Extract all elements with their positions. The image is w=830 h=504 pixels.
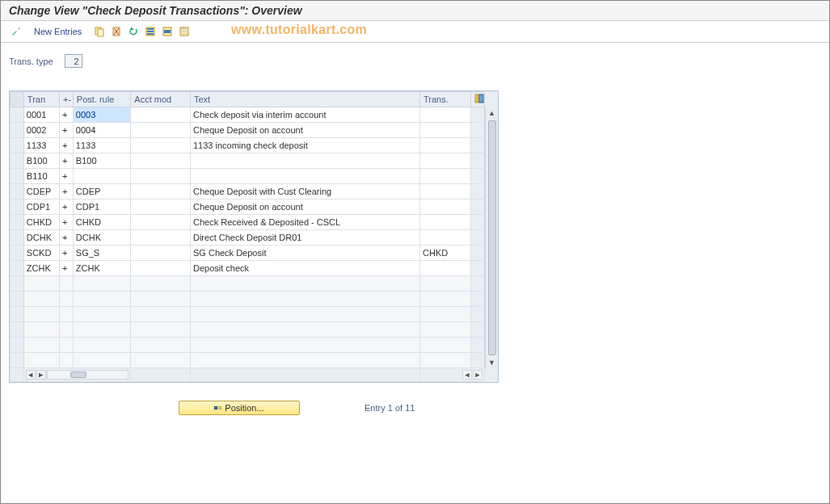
cell-tran[interactable] (23, 292, 59, 307)
row-selector[interactable] (11, 123, 24, 138)
cell-post-rule[interactable] (73, 276, 131, 292)
row-selector[interactable] (11, 338, 24, 353)
table-row[interactable]: B110 + (11, 169, 485, 184)
row-selector[interactable] (11, 276, 24, 292)
cell-tran[interactable] (23, 338, 59, 353)
cell-pm[interactable] (60, 338, 74, 353)
table-row[interactable]: CDP1 + CDP1 Cheque Deposit on account (11, 200, 485, 215)
cell-trans[interactable] (420, 169, 471, 184)
cell-post-rule[interactable] (73, 292, 131, 307)
cell-acct-mod[interactable] (131, 292, 191, 307)
cell-pm[interactable]: + (60, 107, 74, 123)
col-trans[interactable]: Trans. (420, 92, 471, 107)
cell-tran[interactable]: 0002 (23, 123, 59, 138)
cell-pm[interactable]: + (60, 246, 74, 261)
cell-post-rule[interactable]: 0004 (73, 123, 131, 138)
new-entries-button[interactable]: New Entries (29, 25, 86, 38)
row-selector[interactable] (11, 292, 24, 307)
cell-pm[interactable]: + (60, 230, 74, 246)
cell-pm[interactable] (60, 276, 74, 292)
table-row[interactable]: B100 + B100 (11, 153, 485, 169)
cell-tran[interactable]: B110 (23, 169, 59, 184)
cell-text[interactable] (190, 307, 419, 322)
cell-acct-mod[interactable] (131, 322, 191, 338)
scroll-left-icon[interactable]: ◄ (26, 370, 36, 380)
cell-trans[interactable] (420, 123, 471, 138)
cell-tran[interactable]: DCHK (23, 230, 59, 246)
cell-post-rule[interactable]: DCHK (73, 230, 131, 246)
cell-tran[interactable] (23, 307, 59, 322)
cell-trans[interactable] (420, 322, 471, 338)
col-post-rule[interactable]: Post. rule (73, 92, 131, 107)
scroll-down-icon[interactable]: ▼ (487, 357, 498, 368)
cell-tran[interactable] (23, 322, 59, 338)
table-row[interactable]: CHKD + CHKD Check Received & Deposited -… (11, 215, 485, 230)
table-settings-icon[interactable] (471, 92, 485, 107)
row-selector[interactable] (11, 138, 24, 153)
cell-text[interactable]: Cheque Deposit on account (190, 123, 419, 138)
cell-acct-mod[interactable] (131, 153, 191, 169)
cell-acct-mod[interactable] (131, 230, 191, 246)
cell-pm[interactable]: + (60, 123, 74, 138)
scroll-left-end-icon[interactable]: ◄ (462, 370, 472, 380)
cell-acct-mod[interactable] (131, 200, 191, 215)
row-selector[interactable] (11, 153, 24, 169)
position-button[interactable]: Position... (179, 401, 300, 415)
cell-post-rule[interactable]: ZCHK (73, 261, 131, 276)
deselect-all-icon[interactable] (177, 24, 192, 39)
cell-post-rule[interactable]: 0003 (73, 107, 131, 123)
cell-pm[interactable]: + (60, 215, 74, 230)
table-row-empty[interactable] (11, 338, 485, 353)
cell-acct-mod[interactable] (131, 138, 191, 153)
cell-post-rule[interactable] (73, 307, 131, 322)
cell-tran[interactable]: CDEP (23, 184, 59, 200)
cell-trans[interactable] (420, 153, 471, 169)
cell-tran[interactable]: ZCHK (23, 261, 59, 276)
cell-post-rule[interactable]: SG_S (73, 246, 131, 261)
toggle-display-change-icon[interactable] (9, 24, 23, 39)
cell-post-rule[interactable]: CDP1 (73, 200, 131, 215)
cell-acct-mod[interactable] (131, 307, 191, 322)
cell-text[interactable]: Check deposit via interim account (190, 107, 419, 123)
col-pm[interactable]: +- (60, 92, 74, 107)
table-row[interactable]: 0002 + 0004 Cheque Deposit on account (11, 123, 485, 138)
cell-post-rule[interactable] (73, 169, 131, 184)
cell-acct-mod[interactable] (131, 169, 191, 184)
cell-text[interactable]: 1133 incoming check deposit (190, 138, 419, 153)
select-all-icon[interactable] (143, 24, 158, 39)
cell-trans[interactable] (420, 138, 471, 153)
cell-tran[interactable] (23, 276, 59, 292)
cell-text[interactable]: Cheque Deposit on account (190, 200, 419, 215)
table-row[interactable]: 0001 + 0003 Check deposit via interim ac… (11, 107, 485, 123)
cell-text[interactable] (190, 169, 419, 184)
cell-acct-mod[interactable] (131, 184, 191, 200)
cell-trans[interactable] (420, 184, 471, 200)
row-selector-header[interactable] (11, 92, 24, 107)
cell-text[interactable]: Cheque Deposit with Cust Clearing (190, 184, 419, 200)
trans-type-input[interactable] (65, 54, 82, 68)
row-selector[interactable] (11, 261, 24, 276)
cell-pm[interactable]: + (60, 138, 74, 153)
cell-trans[interactable] (420, 230, 471, 246)
cell-post-rule[interactable] (73, 353, 131, 368)
row-selector[interactable] (11, 200, 24, 215)
cell-trans[interactable] (420, 353, 471, 368)
row-selector[interactable] (11, 353, 24, 368)
scroll-up-icon[interactable]: ▲ (487, 107, 498, 119)
cell-post-rule[interactable] (73, 338, 131, 353)
scroll-thumb[interactable] (488, 120, 496, 355)
row-selector[interactable] (11, 307, 24, 322)
cell-text[interactable]: Check Received & Deposited - CSCL (190, 215, 419, 230)
cell-trans[interactable] (420, 338, 471, 353)
cell-trans[interactable] (420, 307, 471, 322)
table-row-empty[interactable] (11, 292, 485, 307)
cell-pm[interactable]: + (60, 200, 74, 215)
cell-pm[interactable]: + (60, 169, 74, 184)
col-tran[interactable]: Tran (23, 92, 59, 107)
cell-pm[interactable]: + (60, 153, 74, 169)
scroll-right-icon[interactable]: ► (36, 370, 46, 380)
cell-trans[interactable]: CHKD (420, 246, 471, 261)
table-row[interactable]: CDEP + CDEP Cheque Deposit with Cust Cle… (11, 184, 485, 200)
cell-tran[interactable]: CHKD (23, 215, 59, 230)
cell-pm[interactable]: + (60, 184, 74, 200)
